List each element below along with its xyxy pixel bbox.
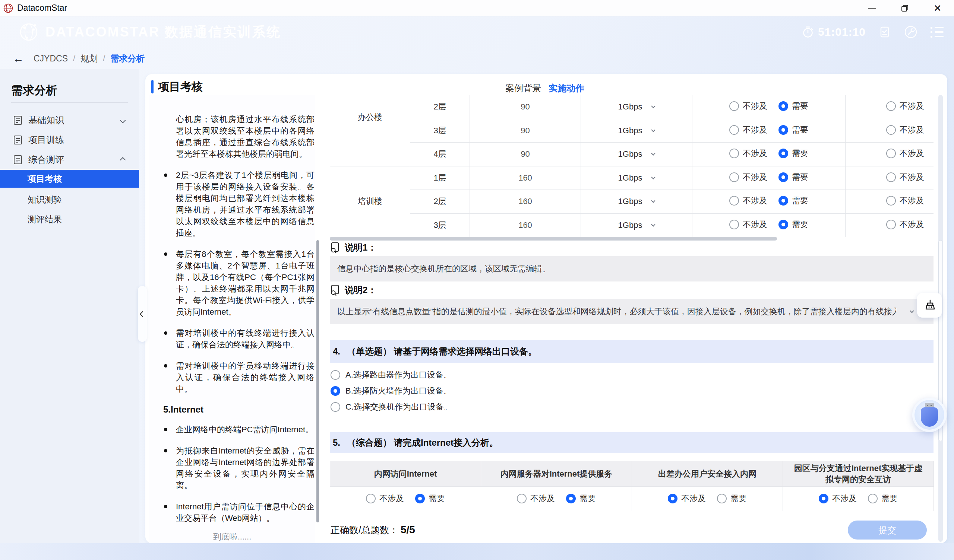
radio-option[interactable]: 需要 [778,219,808,230]
radio-option[interactable]: 不涉及 [729,124,767,135]
radio-selected[interactable] [415,494,425,503]
radio-unselected[interactable] [868,494,878,503]
close-button[interactable]: ✕ [921,0,954,16]
report-button[interactable] [878,26,891,38]
radio-selected[interactable] [819,494,828,503]
radio-selected[interactable] [778,125,788,135]
radio-unselected[interactable] [729,173,739,182]
radio-selected[interactable] [778,149,788,158]
radio-unselected[interactable] [729,125,739,135]
radio-option[interactable]: 不涉及 [886,148,924,159]
sidebar-item-comprehensive-eval[interactable]: 综合测评 [0,151,139,169]
radio-option[interactable]: 需要 [868,493,898,504]
case-panel-scrollbar[interactable] [316,240,319,523]
radio-option[interactable]: 需要 [778,124,808,135]
back-button[interactable]: ← [12,52,24,65]
radio-selected[interactable] [330,386,340,396]
radio-unselected[interactable] [886,149,896,158]
menu-button[interactable] [931,27,943,37]
sidebar-item-basic-knowledge[interactable]: 基础知识 [0,111,139,129]
q4-option[interactable]: A.选择路由器作为出口设备。 [330,367,452,383]
radio-unselected[interactable] [366,494,376,503]
radio-option[interactable]: 需要 [778,172,808,183]
speed-dropdown[interactable]: 1Gbps [618,173,655,183]
tab-implementation[interactable]: 实施动作 [549,82,585,94]
speed-dropdown[interactable]: 1Gbps [618,126,655,135]
page-title: 项目考核 [158,79,203,95]
radio-option[interactable]: 不涉及 [729,172,767,183]
clear-tool-button[interactable] [917,293,942,317]
speed-dropdown[interactable]: 1Gbps [618,149,655,159]
radio-option[interactable]: 需要 [778,101,808,112]
radio-unselected[interactable] [330,370,340,380]
radio-selected[interactable] [778,101,788,111]
speed-dropdown[interactable]: 1Gbps [618,221,655,230]
radio-selected[interactable] [778,173,788,182]
radio-option[interactable]: 不涉及 [886,101,924,112]
case-description-panel[interactable]: 心机房；该机房通过水平布线系统部署以太网双绞线至本楼层中的各网络信息插座，通过垂… [149,95,315,543]
broom-icon [923,299,936,312]
radio-option[interactable]: 不涉及 [819,493,857,504]
breadcrumb-separator: / [73,54,75,63]
radio-selected[interactable] [778,220,788,229]
radio-unselected[interactable] [886,220,896,229]
breadcrumb-item-1[interactable]: CJYDCS [34,54,68,64]
radio-option[interactable]: 不涉及 [886,219,924,230]
radio-option[interactable]: 需要 [717,493,747,504]
q4-option[interactable]: B.选择防火墙作为出口设备。 [330,383,452,399]
radio-option[interactable]: 不涉及 [886,124,924,135]
radio-option[interactable]: 需要 [778,195,808,206]
radio-group: 不涉及 [886,219,934,230]
app-logo-icon [3,3,13,13]
sidebar-subitem-label: 项目考核 [28,173,62,185]
tab-case-background[interactable]: 案例背景 [505,82,541,94]
radio-unselected[interactable] [886,196,896,205]
radio-unselected[interactable] [729,220,739,229]
radio-option[interactable]: 不涉及 [729,148,767,159]
restore-button[interactable] [889,0,921,16]
speed-dropdown[interactable]: 1Gbps [618,197,655,206]
tools-button[interactable] [904,25,918,39]
sidebar-subitem-eval-results[interactable]: 测评结果 [0,210,139,228]
radio-option[interactable]: 需要 [415,493,445,504]
expand-note-chevron-icon[interactable] [910,309,914,313]
radio-option[interactable]: 不涉及 [729,101,767,112]
radio-option[interactable]: 需要 [778,148,808,159]
radio-selected[interactable] [668,494,678,503]
radio-selected[interactable] [778,196,788,205]
radio-unselected[interactable] [330,402,340,412]
radio-unselected[interactable] [886,125,896,135]
radio-unselected[interactable] [729,196,739,205]
speed-dropdown[interactable]: 1Gbps [618,102,655,112]
radio-option[interactable]: 需要 [566,493,596,504]
radio-option[interactable]: 不涉及 [886,195,924,206]
radio-unselected[interactable] [886,173,896,182]
radio-option[interactable]: 不涉及 [729,195,767,206]
radio-unselected[interactable] [517,494,527,503]
radio-selected[interactable] [566,494,576,503]
radio-option[interactable]: 不涉及 [668,493,706,504]
q4-option[interactable]: C.选择交换机作为出口设备。 [330,399,452,415]
extra-radio-cell: 不涉及 [846,213,934,237]
q4-option-label: B.选择防火墙作为出口设备。 [346,385,452,397]
radio-unselected[interactable] [717,494,727,503]
radio-unselected[interactable] [729,149,739,158]
usb-device-button[interactable] [912,398,946,432]
radio-option[interactable]: 不涉及 [886,172,924,183]
radio-option[interactable]: 不涉及 [366,493,404,504]
radio-unselected[interactable] [886,101,896,111]
minimize-button[interactable] [856,0,889,16]
radio-option-label: 需要 [792,195,808,206]
sidebar-subitem-project-assessment[interactable]: 项目考核 [0,170,139,188]
sidebar-item-project-training[interactable]: 项目训练 [0,131,139,149]
case-content: 心机房；该机房通过水平布线系统部署以太网双绞线至本楼层中的各网络信息插座，通过垂… [149,114,315,534]
sidebar-subitem-knowledge-quiz[interactable]: 知识测验 [0,191,139,208]
submit-button[interactable]: 提交 [848,521,927,540]
collapse-panel-handle[interactable] [138,286,147,342]
floor-table-horizontal-scrollbar[interactable] [330,237,777,241]
radio-option[interactable]: 不涉及 [517,493,555,504]
breadcrumb-item-2[interactable]: 规划 [81,53,98,64]
note2-text: 以上显示“有线信息点数量”指的是估测的最小值，实际在设备选型和网络规划时，必须大… [337,306,896,317]
radio-option[interactable]: 不涉及 [729,219,767,230]
radio-unselected[interactable] [729,101,739,111]
